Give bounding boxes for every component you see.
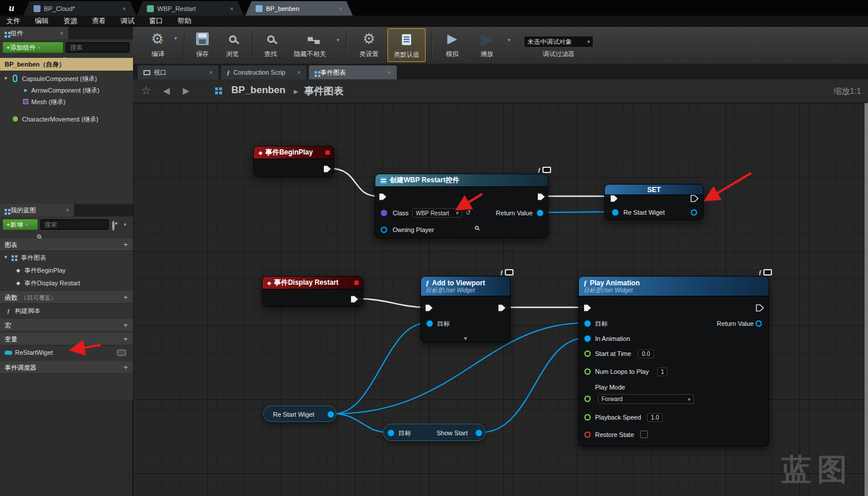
exec-in-pin[interactable] [583, 304, 592, 312]
asset-tab-bp-benben[interactable]: BP_benben × [245, 1, 353, 16]
data-wire[interactable] [482, 338, 585, 432]
add-dispatcher-button[interactable]: + [123, 361, 128, 374]
add-function-button[interactable]: + [123, 291, 128, 304]
tab-event-graph[interactable]: 事件图表 × [309, 65, 397, 79]
node-set-restart-wiget[interactable]: SET Re Start Wiget [604, 184, 704, 220]
tab-construction-script[interactable]: ƒ Construction Scrip × [221, 65, 306, 79]
start-at-time-input[interactable]: 0.0 [638, 350, 654, 358]
class-pin[interactable] [381, 210, 387, 216]
tab-viewport[interactable]: 视口 × [138, 65, 219, 79]
construction-script-row[interactable]: ƒ 构建脚本 [0, 305, 133, 317]
breadcrumb-root[interactable]: BP_benben [231, 84, 286, 96]
nav-back-icon[interactable]: ◀ [163, 86, 170, 96]
target-pin[interactable] [427, 321, 433, 327]
variable-out-pin[interactable] [328, 412, 334, 418]
event-graph-canvas[interactable]: ◆ 事件BeginPlay 创建WBP Restart控件 ƒ [133, 103, 868, 496]
node-add-to-viewport[interactable]: ƒ Add to Viewport 目标是User Widget ƒ 目标 ▼ [420, 276, 511, 343]
num-loops-pin[interactable] [585, 369, 591, 375]
instance-editable-toggle[interactable] [117, 350, 126, 356]
close-icon[interactable]: × [387, 69, 391, 76]
functions-section-header[interactable]: 函数 （31可覆盖） + [0, 291, 133, 304]
menu-view[interactable]: 查看 [86, 16, 112, 27]
exec-out-pin[interactable] [690, 195, 699, 203]
hide-unrelated-button[interactable]: 隐藏不相关 [287, 28, 333, 62]
exec-out-pin[interactable] [323, 166, 331, 173]
start-at-time-pin[interactable] [585, 351, 591, 357]
restore-state-checkbox[interactable] [640, 431, 648, 438]
dispatchers-section-header[interactable]: 事件调度器 + [0, 361, 133, 374]
close-icon[interactable]: × [209, 69, 213, 76]
close-icon[interactable]: × [66, 207, 69, 214]
class-select-dropdown[interactable]: WBP Restart ▾ [412, 208, 462, 218]
variables-section-header[interactable]: 变量 + [0, 333, 133, 346]
my-blueprint-search-input[interactable] [40, 219, 109, 230]
compile-button[interactable]: ⚙ ✓ 编译 ▾ [140, 28, 176, 62]
owning-player-pin[interactable] [381, 227, 387, 233]
node-get-show-start[interactable]: 目标 Show Start [383, 424, 486, 441]
component-row-arrow[interactable]: ► ArrowComponent (继承) [0, 84, 133, 96]
data-wire[interactable] [334, 323, 427, 414]
menu-window[interactable]: 窗口 [143, 16, 169, 27]
target-pin[interactable] [585, 321, 591, 327]
event-display-restart-row[interactable]: ◆ 事件Display Restart [0, 277, 133, 289]
exec-out-pin[interactable] [350, 296, 359, 303]
event-graph-row[interactable]: ▼ 事件图表 [0, 252, 133, 263]
macros-section-header[interactable]: 宏 + [0, 319, 133, 332]
component-root-row[interactable]: BP_benben（自身） [0, 58, 133, 71]
nav-forward-icon[interactable]: ▶ [183, 86, 190, 96]
new-item-button[interactable]: +新增 ▾ [2, 219, 38, 230]
browse-button[interactable]: 浏览 [219, 28, 246, 62]
save-button[interactable]: 保存 [189, 28, 216, 62]
asset-tab-wbp-restart[interactable]: WBP_Restart × [136, 1, 244, 16]
node-play-animation[interactable]: ƒ Play Animation 目标是User Widget ƒ 目标 Ret… [578, 276, 769, 447]
graph-scrollbar[interactable] [865, 103, 868, 496]
return-value-pin[interactable] [756, 321, 762, 327]
menu-debug[interactable]: 调试 [114, 16, 141, 27]
num-loops-input[interactable]: 1 [658, 368, 667, 376]
component-row-mesh[interactable]: Mesh (继承) [0, 96, 133, 108]
exec-wire[interactable] [330, 168, 378, 196]
node-event-beginplay[interactable]: ◆ 事件BeginPlay [253, 146, 334, 177]
class-settings-button[interactable]: ⚙ 类设置 [353, 28, 385, 62]
chevron-down-icon[interactable]: ▾ [508, 37, 511, 43]
menu-edit[interactable]: 编辑 [28, 16, 55, 27]
node-get-restart-wiget[interactable]: Re Start Wiget [263, 406, 337, 422]
play-button[interactable]: ▶ 播放 [471, 28, 503, 62]
graphs-section-header[interactable]: 图表 + [0, 238, 133, 251]
favorite-star-icon[interactable]: ☆ [141, 84, 151, 97]
expander-icon[interactable]: ▼ [3, 252, 8, 263]
asset-tab-bp-cloud[interactable]: BP_Cloud* × [23, 1, 136, 16]
play-mode-pin[interactable] [585, 396, 591, 402]
expander-icon[interactable]: ▼ [3, 73, 8, 84]
chevron-down-icon[interactable]: ▾ [337, 37, 339, 43]
playback-speed-input[interactable]: 1.0 [647, 413, 663, 422]
animation-out-pin[interactable] [476, 430, 482, 436]
exec-out-pin[interactable] [537, 193, 545, 201]
menu-asset[interactable]: 资源 [57, 16, 84, 27]
menu-file[interactable]: 文件 [0, 16, 27, 27]
menu-help[interactable]: 帮助 [171, 16, 198, 27]
return-value-pin[interactable] [537, 210, 544, 216]
restore-state-pin[interactable] [585, 432, 591, 438]
node-event-display-restart[interactable]: ◆ 事件Display Restart [262, 276, 363, 307]
expand-node-arrow[interactable]: ▼ [463, 336, 468, 341]
set-output-pin[interactable] [691, 210, 697, 216]
event-beginplay-row[interactable]: ◆ 事件BeginPlay [0, 264, 133, 276]
close-icon[interactable]: × [297, 69, 301, 76]
exec-in-pin[interactable] [610, 195, 618, 203]
add-graph-button[interactable]: + [123, 238, 128, 251]
add-variable-button[interactable]: + [123, 333, 128, 346]
exec-out-pin[interactable] [498, 304, 506, 312]
play-mode-dropdown[interactable]: Forward ▾ [598, 394, 694, 404]
exec-in-pin[interactable] [379, 193, 387, 201]
component-row-charmove[interactable]: CharacterMovement (继承) [0, 113, 133, 125]
find-button[interactable]: 查找 [257, 28, 285, 62]
data-wire[interactable] [334, 414, 387, 432]
components-panel-tab[interactable]: 组件 × [0, 27, 68, 39]
in-animation-pin[interactable] [585, 336, 591, 342]
chevron-down-icon[interactable]: ▾ [124, 222, 127, 227]
breadcrumb-current[interactable]: 事件图表 [304, 84, 343, 98]
chevron-down-icon[interactable]: ▾ [174, 35, 177, 41]
set-value-pin[interactable] [612, 210, 619, 216]
exec-in-pin[interactable] [425, 304, 433, 312]
